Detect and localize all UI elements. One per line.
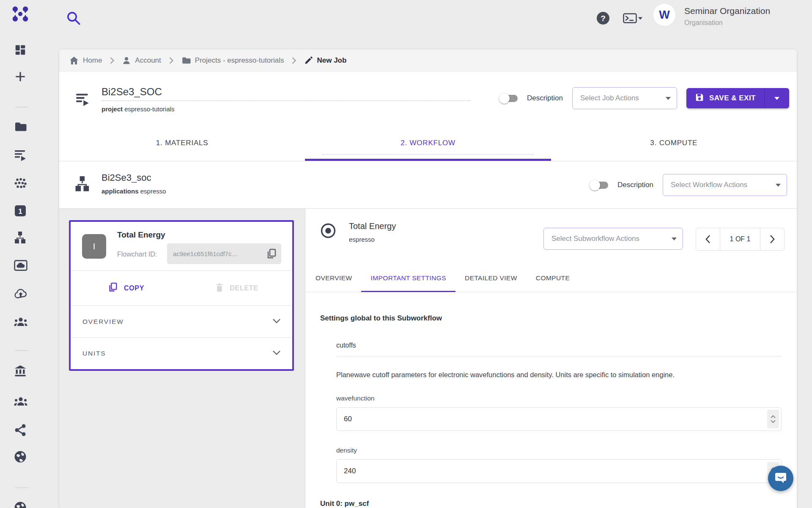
job-project-meta: project espresso-tutorials xyxy=(102,105,470,113)
unit-copy-label: COPY xyxy=(124,284,144,292)
copy-icon xyxy=(108,282,118,294)
wavefunction-input[interactable] xyxy=(337,408,781,431)
chevron-down-icon xyxy=(272,318,281,326)
cloud-upload-icon[interactable] xyxy=(14,288,27,301)
unit-overview-accordion[interactable]: OVERVIEW xyxy=(71,306,292,337)
help-icon[interactable]: ? xyxy=(596,11,610,25)
density-field xyxy=(336,459,782,483)
chat-launcher-button[interactable] xyxy=(768,466,793,491)
breadcrumb-account-label: Account xyxy=(135,56,161,65)
console-menu-icon[interactable] xyxy=(623,13,642,24)
main-panel: Home Account Projects - espresso-tutoria… xyxy=(59,50,797,508)
pager-next-button[interactable] xyxy=(760,228,784,250)
breadcrumb-current-label: New Job xyxy=(317,56,346,65)
subworkflow-actions-select[interactable]: Select Subworkflow Actions xyxy=(543,228,683,250)
chevron-right-icon xyxy=(291,57,296,64)
workflows-icon[interactable] xyxy=(14,231,27,244)
group-icon[interactable] xyxy=(14,317,27,329)
svg-text:1: 1 xyxy=(18,207,22,215)
workflow-app-meta: applications espresso xyxy=(102,188,166,195)
globe-icon[interactable] xyxy=(14,450,27,463)
tab-compute[interactable]: 3. COMPUTE xyxy=(551,125,797,161)
dashboard-icon[interactable] xyxy=(14,44,27,56)
workflow-app-label: applications xyxy=(102,188,139,195)
avatar[interactable]: W xyxy=(653,4,675,26)
workflow-units-column: I Total Energy Flowchart ID: ac9ee1c651f… xyxy=(59,209,305,508)
sidebar-divider xyxy=(15,107,28,108)
tab-compute-label: COMPUTE xyxy=(536,274,570,282)
cutoffs-label: cutoffs xyxy=(336,342,782,356)
organization-icon[interactable] xyxy=(14,365,27,378)
density-input[interactable] xyxy=(337,460,781,483)
media-icon[interactable] xyxy=(14,260,27,272)
tab-materials[interactable]: 1. MATERIALS xyxy=(59,125,305,161)
job-actions-select[interactable]: Select Job Actions xyxy=(572,87,677,109)
tab-detailed-view[interactable]: DETAILED VIEW xyxy=(455,265,527,292)
pencil-icon xyxy=(304,56,313,65)
app-root: 1 xyxy=(0,0,812,508)
job-step-tabs: 1. MATERIALS 2. WORKFLOW 3. COMPUTE xyxy=(59,125,797,161)
tab-overview[interactable]: OVERVIEW xyxy=(306,265,361,292)
flowchart-id-label: Flowchart ID: xyxy=(117,251,157,258)
folder-icon[interactable] xyxy=(14,121,27,134)
workflow-app-value: espresso xyxy=(140,188,166,195)
tab-important-settings[interactable]: IMPORTANT SETTINGS xyxy=(361,265,455,292)
org-switcher[interactable]: Seminar Organization Organisation xyxy=(684,6,770,27)
team-icon[interactable] xyxy=(14,396,27,409)
breadcrumb-home-label: Home xyxy=(83,56,102,65)
chat-bubble-icon xyxy=(774,471,787,486)
breadcrumb-account[interactable]: Account xyxy=(122,56,161,65)
folder-icon xyxy=(181,56,191,64)
subworkflow-application: espresso xyxy=(349,236,375,243)
save-exit-menu-button[interactable] xyxy=(765,88,789,108)
unit-units-accordion[interactable]: UNITS xyxy=(71,337,292,369)
subworkflow-panel: Total Energy espresso Select Subworkflow… xyxy=(305,209,797,508)
unit-copy-button[interactable]: COPY xyxy=(71,271,181,305)
selected-unit-card[interactable]: I Total Energy Flowchart ID: ac9ee1c651f… xyxy=(69,220,294,371)
search-icon[interactable] xyxy=(66,11,81,26)
unit-delete-button[interactable]: DELETE xyxy=(181,271,292,305)
job-icon xyxy=(74,92,91,107)
trash-icon xyxy=(215,283,224,294)
globe-icon[interactable] xyxy=(14,501,27,508)
svg-text:?: ? xyxy=(601,14,606,23)
flowchart-id-chip[interactable]: ac9ee1c651f61cdf7c… xyxy=(167,243,281,264)
job-controls: Description Select Job Actions xyxy=(500,72,789,125)
pager-status: 1 OF 1 xyxy=(720,228,760,250)
subworkflow-pager: 1 OF 1 xyxy=(696,228,785,251)
chevron-down-icon xyxy=(272,349,281,358)
workflow-actions-select[interactable]: Select Workflow Actions xyxy=(663,174,787,196)
sidebar-divider xyxy=(15,487,28,488)
caret-down-icon xyxy=(774,97,779,100)
job-title[interactable]: Bi2Se3_SOC xyxy=(102,86,470,101)
workflow-description-toggle[interactable] xyxy=(590,182,608,189)
unit-badge-icon[interactable]: 1 xyxy=(14,204,27,217)
breadcrumb-projects[interactable]: Projects - espresso-tutorials xyxy=(181,56,284,65)
settings-heading: Settings global to this Subworkflow xyxy=(320,314,782,323)
tab-compute-label: 3. COMPUTE xyxy=(650,139,697,147)
wavefunction-field xyxy=(336,407,782,431)
tab-workflow[interactable]: 2. WORKFLOW xyxy=(305,125,551,161)
mat3ra-logo-icon[interactable] xyxy=(11,6,30,22)
save-icon xyxy=(695,93,704,104)
share-icon[interactable] xyxy=(14,424,27,436)
breadcrumb-current: New Job xyxy=(304,56,346,65)
materials-icon[interactable] xyxy=(14,178,27,190)
job-title-block: Bi2Se3_SOC project espresso-tutorials xyxy=(102,86,470,113)
subworkflow-settings: Settings global to this Subworkflow cuto… xyxy=(305,292,797,508)
save-exit-button[interactable]: SAVE & EXIT xyxy=(686,88,789,108)
job-description-toggle[interactable] xyxy=(500,95,518,102)
add-icon[interactable] xyxy=(14,70,27,83)
unit-badge: I xyxy=(82,234,106,259)
org-name: Seminar Organization xyxy=(684,6,770,16)
workflow-controls: Description Select Workflow Actions xyxy=(590,161,787,209)
copy-id-icon[interactable] xyxy=(266,248,277,260)
breadcrumb-home[interactable]: Home xyxy=(69,56,102,65)
jobs-icon[interactable] xyxy=(14,149,27,162)
breadcrumb-projects-label: Projects - espresso-tutorials xyxy=(195,56,284,65)
job-description-toggle-label: Description xyxy=(527,94,563,102)
tab-compute[interactable]: COMPUTE xyxy=(527,265,579,292)
pager-previous-button[interactable] xyxy=(696,228,720,250)
caret-down-icon xyxy=(776,184,781,187)
wavefunction-stepper[interactable] xyxy=(767,410,779,428)
